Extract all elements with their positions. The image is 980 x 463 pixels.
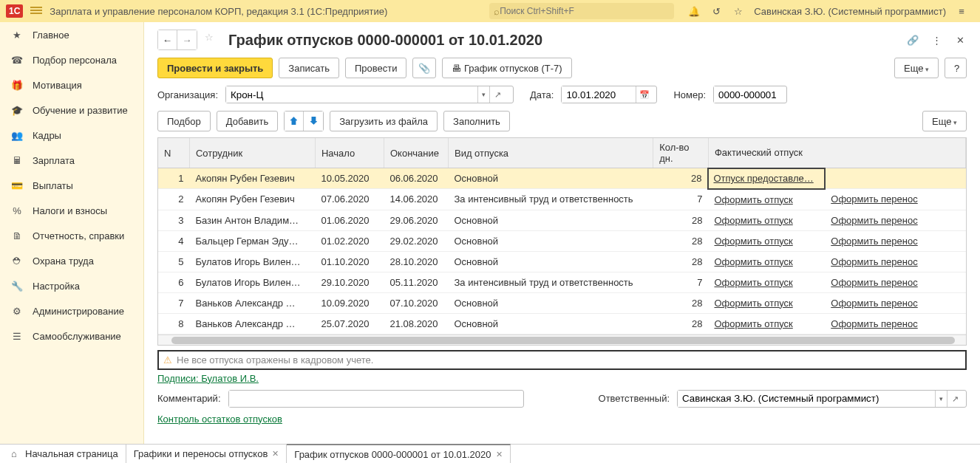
attach-button[interactable]: 📎 [412, 58, 436, 78]
action-vacation-link[interactable]: Оформить отпуск [714, 215, 792, 226]
sidebar-item-taxes[interactable]: %Налоги и взносы [0, 198, 143, 223]
sidebar-item-reports[interactable]: 🗎Отчетность, справки [0, 223, 143, 248]
nav-fwd-button[interactable]: → [177, 30, 197, 49]
star-icon[interactable]: ☆ [732, 4, 745, 18]
table-row[interactable]: 6Булатов Игорь Вилен…29.10.202005.11.202… [158, 272, 966, 292]
table-cell: 29.02.2020 [384, 230, 448, 251]
org-dropdown-icon[interactable]: ▾ [477, 86, 489, 103]
sidebar-item-hr[interactable]: 👥Кадры [0, 123, 143, 148]
sidebar-item-selfservice[interactable]: ☰Самообслуживание [0, 323, 143, 349]
action-vacation-link[interactable]: Оформить отпуск [714, 277, 792, 288]
col-start[interactable]: Начало [315, 138, 384, 168]
link-icon[interactable]: 🔗 [906, 33, 919, 47]
sidebar-item-settings[interactable]: 🔧Настройка [0, 273, 143, 298]
fill-button[interactable]: Заполнить [443, 111, 510, 131]
col-type[interactable]: Вид отпуска [448, 138, 653, 168]
org-open-icon[interactable]: ↗ [489, 86, 506, 103]
burger-icon[interactable] [30, 7, 42, 16]
table-cell: Ваньков Александр … [189, 292, 315, 313]
post-and-close-button[interactable]: Провести и закрыть [157, 58, 273, 78]
sidebar-item-training[interactable]: 🎓Обучение и развитие [0, 97, 143, 123]
help-button[interactable]: ? [945, 58, 967, 78]
move-down-button[interactable]: 🡇 [304, 112, 323, 131]
add-button[interactable]: Добавить [217, 111, 278, 131]
action-transfer-link[interactable]: Оформить перенос [831, 318, 917, 329]
action-transfer-link[interactable]: Оформить перенос [831, 215, 917, 226]
col-emp[interactable]: Сотрудник [189, 138, 315, 168]
write-button[interactable]: Записать [279, 58, 339, 78]
action-transfer-link[interactable]: Оформить перенос [831, 298, 917, 309]
graduation-icon: 🎓 [10, 103, 24, 117]
history-icon[interactable]: ↺ [710, 4, 723, 18]
table-row[interactable]: 3Базин Антон Владим…01.06.202029.06.2020… [158, 210, 966, 230]
col-actual[interactable]: Фактический отпуск [708, 138, 965, 168]
tab-close-icon[interactable]: ✕ [496, 450, 503, 459]
load-file-button[interactable]: Загрузить из файла [330, 111, 438, 131]
col-end[interactable]: Окончание [384, 138, 448, 168]
action-transfer-link[interactable]: Оформить перенос [831, 277, 917, 288]
sidebar-item-payments[interactable]: 💳Выплаты [0, 173, 143, 198]
search-box[interactable]: ⌕ [489, 3, 674, 19]
table-row[interactable]: 7Ваньков Александр …10.09.202007.10.2020… [158, 292, 966, 313]
tab-close-icon[interactable]: ✕ [272, 449, 279, 459]
calendar-icon[interactable]: 📅 [636, 86, 652, 103]
action-transfer-link[interactable]: Оформить перенос [831, 236, 917, 247]
action-vacation-link[interactable]: Оформить отпуск [714, 256, 792, 267]
action-vacation-link[interactable]: Оформить отпуск [714, 236, 792, 247]
action-vacation-link[interactable]: Отпуск предоставле… [713, 173, 813, 184]
table-row[interactable]: 8Ваньков Александр …25.07.202021.08.2020… [158, 313, 966, 334]
action-transfer-link[interactable]: Оформить перенос [831, 193, 917, 205]
sidebar-item-recruit[interactable]: ☎Подбор персонала [0, 47, 143, 72]
tab-schedules[interactable]: Графики и переносы отпусков ✕ [126, 445, 287, 463]
sidebar-item-label: Мотивация [33, 80, 82, 91]
favorite-star-icon[interactable]: ☆ [205, 32, 221, 48]
table-cell: 25.07.2020 [315, 313, 384, 334]
tab-home[interactable]: ⌂ Начальная страница [0, 445, 126, 463]
post-button[interactable]: Провести [345, 58, 407, 78]
org-input[interactable] [226, 86, 477, 103]
control-link[interactable]: Контроль остатков отпусков [157, 414, 282, 425]
action-vacation-link[interactable]: Оформить отпуск [714, 298, 792, 309]
action-vacation-link[interactable]: Оформить отпуск [714, 194, 792, 205]
search-input[interactable] [500, 6, 670, 16]
current-user[interactable]: Савинская З.Ю. (Системный программист) [754, 6, 946, 17]
sidebar-item-label: Главное [33, 30, 69, 41]
sidebar-item-safety[interactable]: ⛑Охрана труда [0, 248, 143, 273]
horizontal-scrollbar[interactable] [158, 335, 966, 345]
move-up-button[interactable]: 🡅 [285, 112, 304, 131]
sidebar-item-admin[interactable]: ⚙Администрирование [0, 298, 143, 323]
sidebar-item-label: Охрана труда [33, 255, 94, 267]
table-row[interactable]: 5Булатов Игорь Вилен…01.10.202028.10.202… [158, 251, 966, 272]
sidebar-item-motivation[interactable]: 🎁Мотивация [0, 72, 143, 97]
kebab-icon[interactable]: ⋮ [930, 33, 943, 47]
signatures-link[interactable]: Подписи: Булатов И.В. [157, 373, 259, 384]
col-n[interactable]: N [158, 138, 189, 168]
nav-back-button[interactable]: ← [158, 30, 177, 49]
resp-dropdown-icon[interactable]: ▾ [935, 391, 947, 407]
action-transfer-link[interactable]: Оформить перенос [831, 256, 917, 267]
sidebar-item-salary[interactable]: 🖩Зарплата [0, 148, 143, 173]
sidebar-item-main[interactable]: ★Главное [0, 22, 143, 47]
table-cell: 28.10.2020 [384, 251, 448, 272]
print-t7-button[interactable]: 🖶 График отпусков (Т-7) [442, 58, 571, 78]
table-cell: 7 [653, 189, 709, 210]
table-row[interactable]: 1Акопян Рубен Гезевич10.05.202006.06.202… [158, 168, 966, 189]
table-row[interactable]: 4Бальцер Герман Эду…01.02.202029.02.2020… [158, 230, 966, 251]
menu-lines-icon[interactable]: ≡ [955, 4, 968, 18]
comment-input[interactable] [229, 391, 520, 407]
close-icon[interactable]: ✕ [953, 33, 967, 47]
toolbar-more-button[interactable]: Еще [894, 58, 939, 78]
select-button[interactable]: Подбор [157, 111, 211, 131]
bell-icon[interactable]: 🔔 [687, 4, 701, 18]
resp-open-icon[interactable]: ↗ [947, 391, 963, 407]
tab-label: Графики и переносы отпусков [134, 448, 268, 459]
table-cell: Акопян Рубен Гезевич [189, 189, 315, 210]
table-more-button[interactable]: Еще [922, 111, 967, 131]
number-input[interactable] [714, 86, 783, 103]
date-input[interactable] [562, 86, 636, 103]
action-vacation-link[interactable]: Оформить отпуск [714, 318, 792, 329]
resp-input[interactable] [678, 391, 935, 407]
tab-current-doc[interactable]: График отпусков 0000-000001 от 10.01.202… [287, 444, 510, 463]
col-days[interactable]: Кол-во дн. [653, 138, 709, 168]
table-row[interactable]: 2Акопян Рубен Гезевич07.06.202014.06.202… [158, 189, 966, 210]
